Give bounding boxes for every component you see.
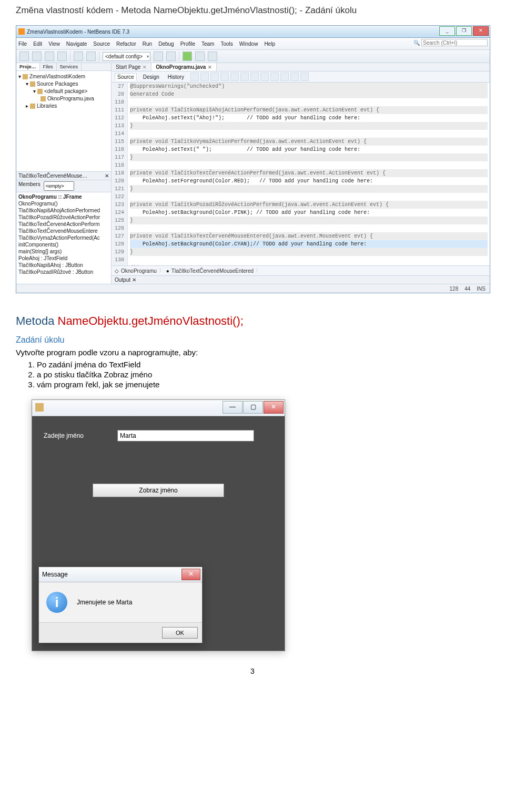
undo-icon[interactable] xyxy=(74,52,83,61)
view-history[interactable]: History xyxy=(166,74,186,80)
info-icon: i xyxy=(46,592,67,613)
menu-view[interactable]: View xyxy=(48,41,60,47)
nav-item[interactable]: TlačítkoNapišAhojActionPerformed xyxy=(18,207,109,214)
tab-okno-programu[interactable]: OknoProgramu.java✕ xyxy=(152,63,217,71)
minimize-button[interactable]: — xyxy=(223,401,243,414)
dialog-close-button[interactable]: ✕ xyxy=(181,569,200,580)
run-icon[interactable] xyxy=(183,52,192,61)
menu-window[interactable]: Window xyxy=(239,41,258,47)
dialog-title: Message xyxy=(42,571,68,578)
code-area[interactable]: @SuppressWarnings("unchecked") Generated… xyxy=(128,83,490,265)
editor-tool-icon[interactable] xyxy=(200,73,209,81)
editor-tool-icon[interactable] xyxy=(240,73,249,81)
navigator-list[interactable]: OknoProgramu :: JFrame OknoProgramu() Tl… xyxy=(16,192,111,284)
nav-class[interactable]: OknoProgramu :: JFrame xyxy=(18,193,109,200)
output-panel-header[interactable]: Output ✕ xyxy=(112,275,490,284)
save-all-icon[interactable] xyxy=(57,52,67,61)
netbeans-window: ZmenaVlastnostiKodem - NetBeans IDE 7.3 … xyxy=(16,25,490,293)
menu-edit[interactable]: Edit xyxy=(33,41,42,47)
editor-tool-icon[interactable] xyxy=(190,73,199,81)
maximize-button[interactable]: ❐ xyxy=(456,26,472,36)
intro-text: Vytvořte program podle vzoru a naprogram… xyxy=(16,348,489,357)
menu-help[interactable]: Help xyxy=(264,41,275,47)
name-input[interactable] xyxy=(117,430,254,441)
close-icon[interactable]: ✕ xyxy=(143,65,147,70)
nav-item[interactable]: TlačítkoTextČervenéMouseEntere xyxy=(18,228,109,234)
profile-icon[interactable] xyxy=(208,52,217,61)
editor-tool-icon[interactable] xyxy=(210,73,219,81)
editor-tool-icon[interactable] xyxy=(230,73,239,81)
nav-item[interactable]: OknoProgramu() xyxy=(18,200,109,207)
message-dialog: Message ✕ i Jmenujete se Marta OK xyxy=(38,567,203,643)
nav-item[interactable]: TlačítkoNapišAhoj : JButton xyxy=(18,262,109,269)
build-icon[interactable] xyxy=(154,52,163,61)
view-source[interactable]: Source xyxy=(115,73,137,81)
members-filter[interactable] xyxy=(44,181,74,191)
code-editor[interactable]: 2728110111112113114115116117118119120121… xyxy=(112,83,490,265)
titlebar[interactable]: ZmenaVlastnostiKodem - NetBeans IDE 7.3 … xyxy=(16,26,490,38)
dialog-message: Jmenujete se Marta xyxy=(77,599,132,606)
open-icon[interactable] xyxy=(45,52,54,61)
menu-source[interactable]: Source xyxy=(93,41,110,47)
editor-tool-icon[interactable] xyxy=(220,73,229,81)
tree-libraries[interactable]: Libraries xyxy=(37,102,57,110)
new-file-icon[interactable] xyxy=(19,52,29,61)
nav-item[interactable]: main(String[] args) xyxy=(18,248,109,255)
search-input[interactable] xyxy=(421,39,488,46)
list-item: vám program řekl, jak se jmenujete xyxy=(37,380,489,389)
new-project-icon[interactable] xyxy=(32,52,42,61)
close-button[interactable]: ✕ xyxy=(264,401,284,414)
tab-files[interactable]: Files xyxy=(40,63,57,70)
tab-services[interactable]: Services xyxy=(57,63,82,70)
menu-team[interactable]: Team xyxy=(201,41,214,47)
editor-tool-icon[interactable] xyxy=(260,73,269,81)
show-name-button[interactable]: Zobraz jméno xyxy=(93,484,224,497)
debug-icon[interactable] xyxy=(195,52,205,61)
nav-item[interactable]: initComponents() xyxy=(18,241,109,248)
menu-refactor[interactable]: Refactor xyxy=(116,41,136,47)
maximize-button[interactable]: ▢ xyxy=(243,401,263,414)
menu-navigate[interactable]: Navigate xyxy=(66,41,87,47)
tree-source-packages[interactable]: Source Packages xyxy=(37,80,78,88)
tree-java-file[interactable]: OknoProgramu.java xyxy=(47,95,94,102)
menu-file[interactable]: File xyxy=(18,41,27,47)
ok-button[interactable]: OK xyxy=(162,627,198,639)
navigator-close-icon[interactable]: ✕ xyxy=(105,173,109,179)
project-tree[interactable]: ▾ZmenaVlastnostiKodem ▾Source Packages ▾… xyxy=(16,71,111,171)
editor-tool-icon[interactable] xyxy=(270,73,279,81)
editor-tool-icon[interactable] xyxy=(280,73,289,81)
nav-item[interactable]: TlačítkoTextČervenéActionPerform xyxy=(18,221,109,228)
dialog-titlebar[interactable]: Message ✕ xyxy=(39,567,202,582)
nav-item[interactable]: PoleAhoj : JTextField xyxy=(18,255,109,262)
tree-project[interactable]: ZmenaVlastnostiKodem xyxy=(29,73,85,80)
menu-debug[interactable]: Debug xyxy=(158,41,174,47)
editor-tool-icon[interactable] xyxy=(250,73,259,81)
tree-default-pkg[interactable]: <default package> xyxy=(44,88,87,95)
close-icon[interactable]: ✕ xyxy=(208,65,212,70)
status-ins: INS xyxy=(477,286,486,292)
members-label: Members xyxy=(18,181,41,191)
close-button[interactable]: ✕ xyxy=(473,26,489,36)
editor-tool-icon[interactable] xyxy=(300,73,309,81)
package-icon xyxy=(37,89,43,94)
redo-icon[interactable] xyxy=(86,52,96,61)
project-icon xyxy=(23,74,28,79)
menu-tools[interactable]: Tools xyxy=(220,41,233,47)
tab-start-page[interactable]: Start Page✕ xyxy=(112,63,152,71)
config-select[interactable]: <default config> xyxy=(103,52,150,61)
editor-tool-icon[interactable] xyxy=(290,73,299,81)
view-design[interactable]: Design xyxy=(141,74,161,80)
menu-profile[interactable]: Profile xyxy=(180,41,195,47)
nav-item[interactable]: TlačítkoPozadíRůžové : JButton xyxy=(18,269,109,275)
nav-item[interactable]: TlačítkoVymažActionPerformed(Ac xyxy=(18,234,109,241)
breadcrumb[interactable]: ◇ OknoProgramu 〉 ● TlačítkoTextČervenéMo… xyxy=(112,265,490,275)
search-icon: 🔍 xyxy=(413,40,420,46)
menu-run[interactable]: Run xyxy=(143,41,152,47)
app-titlebar[interactable]: — ▢ ✕ xyxy=(32,400,285,416)
minimize-button[interactable]: _ xyxy=(439,26,455,36)
nav-item[interactable]: TlačítkoPozadíRůžovéActionPerfor xyxy=(18,214,109,221)
tab-projects[interactable]: Proje… xyxy=(16,63,40,70)
clean-build-icon[interactable] xyxy=(166,52,176,61)
status-bar: 128 44 INS xyxy=(16,284,490,293)
sample-app-window: — ▢ ✕ Zadejte jméno Zobraz jméno Message… xyxy=(32,399,285,651)
